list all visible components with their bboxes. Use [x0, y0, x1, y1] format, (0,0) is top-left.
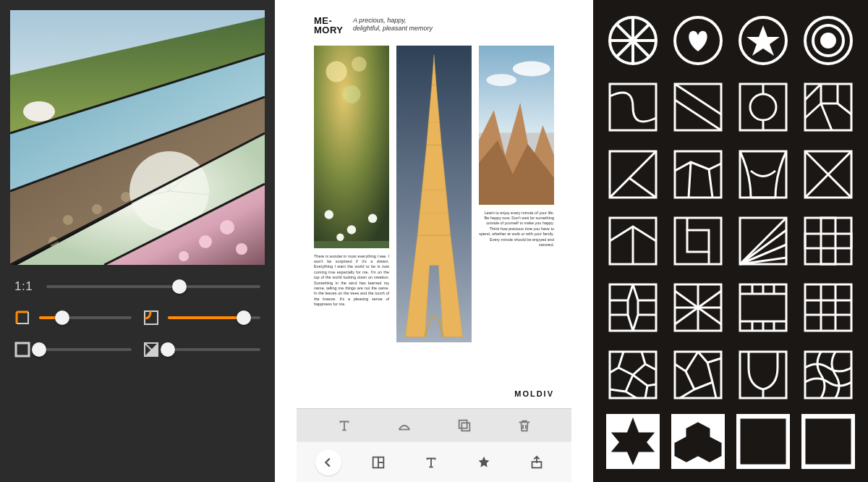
photo-bokeh[interactable]: [314, 46, 389, 248]
layout-poly-5[interactable]: [671, 147, 725, 202]
svg-rect-29: [314, 46, 389, 248]
svg-point-33: [325, 210, 333, 219]
magazine-editor-panel: ME- MORY A precious, happy, delightful, …: [297, 0, 571, 482]
layout-cross[interactable]: [801, 213, 855, 269]
svg-point-2: [23, 101, 55, 122]
svg-line-76: [610, 151, 656, 198]
shadow-slider[interactable]: [168, 342, 260, 357]
svg-rect-97: [821, 218, 835, 264]
collage-controls: 1:1: [0, 265, 275, 482]
rounded-corner-outer-icon: [14, 310, 30, 326]
layout-shield[interactable]: [736, 347, 790, 402]
layout-roof-split[interactable]: [606, 213, 660, 269]
svg-point-31: [352, 56, 367, 72]
svg-line-104: [698, 308, 721, 324]
border-icon: [14, 342, 30, 358]
layout-film-strip[interactable]: [736, 280, 790, 335]
svg-point-20: [179, 251, 189, 261]
svg-rect-79: [740, 151, 786, 198]
svg-line-68: [675, 84, 721, 114]
svg-rect-78: [675, 151, 721, 198]
layout-square-in[interactable]: [671, 213, 725, 269]
svg-rect-26: [16, 343, 29, 356]
svg-point-36: [336, 233, 344, 240]
svg-point-32: [343, 85, 361, 103]
svg-rect-51: [461, 423, 469, 431]
layout-star-burst[interactable]: [606, 280, 660, 335]
layout-windmill[interactable]: [801, 414, 855, 469]
column-1-text: There is wonder in most everything I see…: [314, 254, 389, 308]
context-toolbar: [297, 408, 571, 441]
corner-inner-slider[interactable]: [168, 310, 260, 325]
photo-column-1: There is wonder in most everything I see…: [314, 46, 389, 383]
layout-mosaic-5[interactable]: [801, 80, 855, 135]
layout-drapes[interactable]: [736, 147, 790, 202]
delete-tool-button[interactable]: [509, 415, 540, 436]
svg-point-34: [347, 225, 356, 234]
svg-rect-50: [459, 420, 467, 428]
svg-point-7: [121, 192, 131, 202]
photo-column-3: Learn to enjoy every minute of your life…: [479, 46, 554, 383]
layout-fan[interactable]: [736, 213, 790, 269]
photo-column-2: [396, 46, 472, 383]
bottom-toolbar: [297, 441, 571, 482]
layout-center-oval[interactable]: [736, 80, 790, 135]
svg-line-69: [675, 100, 721, 130]
layout-tri-corner[interactable]: [606, 147, 660, 202]
footer-brand: MOLDIV: [314, 389, 554, 398]
text-tool-button[interactable]: [328, 415, 360, 436]
layout-star-fill[interactable]: [606, 414, 660, 469]
layout-voronoi[interactable]: [606, 347, 660, 402]
magazine-page[interactable]: ME- MORY A precious, happy, delightful, …: [297, 0, 571, 408]
svg-rect-96: [805, 218, 851, 264]
text-button[interactable]: [415, 452, 447, 473]
photo-strip: There is wonder in most everything I see…: [314, 46, 554, 383]
layout-radiate[interactable]: [671, 280, 725, 335]
layout-brick-6[interactable]: [736, 414, 790, 469]
svg-line-84: [828, 174, 851, 198]
aspect-ratio-slider[interactable]: [46, 279, 260, 294]
svg-line-92: [740, 218, 786, 264]
layout-hex-fill[interactable]: [671, 414, 725, 469]
svg-point-65: [820, 33, 836, 48]
svg-point-35: [368, 213, 377, 222]
shape-star[interactable]: [736, 13, 790, 68]
duplicate-tool-button[interactable]: [448, 415, 480, 436]
svg-point-6: [92, 204, 102, 214]
collage-canvas[interactable]: [10, 10, 265, 265]
aspect-ratio-row: 1:1: [14, 279, 260, 294]
svg-marker-129: [676, 438, 697, 461]
shape-heart[interactable]: [671, 13, 725, 68]
svg-line-83: [805, 174, 828, 198]
border-shadow-row: [14, 342, 260, 358]
column-3-text: Learn to enjoy every minute of your life…: [479, 211, 554, 248]
svg-rect-87: [675, 218, 721, 264]
svg-rect-88: [687, 230, 709, 252]
svg-point-18: [199, 235, 212, 248]
svg-line-108: [675, 291, 698, 308]
layout-envelope[interactable]: [801, 147, 855, 202]
border-slider[interactable]: [39, 342, 132, 357]
shape-ring-dot[interactable]: [801, 13, 855, 68]
layout-aperture[interactable]: [671, 347, 725, 402]
layout-diag-slice[interactable]: [671, 80, 725, 135]
share-button[interactable]: [521, 452, 553, 473]
svg-line-81: [805, 151, 828, 174]
shape-circle-spoke[interactable]: [606, 13, 660, 68]
rounded-corner-inner-icon: [143, 310, 159, 326]
layout-wave-grid[interactable]: [801, 347, 855, 402]
layout-button[interactable]: [362, 452, 394, 473]
svg-line-102: [698, 291, 721, 308]
corner-outer-slider[interactable]: [39, 310, 132, 325]
resize-tool-button[interactable]: [388, 415, 420, 436]
photo-eiffel[interactable]: [396, 46, 472, 342]
back-button[interactable]: [315, 449, 341, 475]
svg-rect-127: [805, 352, 851, 398]
photo-canyon[interactable]: [479, 46, 554, 205]
svg-point-17: [220, 220, 234, 234]
layout-s-curve[interactable]: [606, 80, 660, 135]
favorite-button[interactable]: [468, 452, 500, 473]
layout-nine-grid[interactable]: [801, 280, 855, 335]
page-subtitle: A precious, happy, delightful, pleasant …: [353, 17, 433, 33]
svg-line-77: [629, 178, 656, 198]
